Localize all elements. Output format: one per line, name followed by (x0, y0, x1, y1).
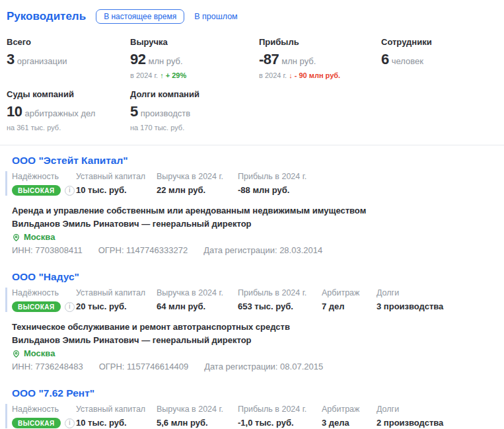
metric-value: -88 млн руб. (238, 185, 322, 195)
metric-value: 3 дела (322, 418, 377, 428)
metric-value: -1,0 тыс. руб. (238, 418, 322, 428)
reliability-badge: ВЫСОКАЯ (12, 185, 61, 196)
metric-value: 5,6 млн руб. (157, 418, 238, 428)
section-header: Руководитель В настоящее время В прошлом (0, 8, 504, 25)
stat-unit: организации (17, 56, 67, 66)
stat-value: -87 (259, 51, 279, 67)
metric-label: Уставный капитал (76, 172, 157, 181)
stat-sub: на 170 тыс. руб. (130, 124, 259, 132)
metric-label: Арбитраж (322, 288, 377, 297)
stat-note: в 2024 г. ↓ - 90 млн руб. (259, 71, 381, 79)
metric-label: Долги (377, 405, 443, 414)
info-icon[interactable]: i (65, 302, 75, 312)
metric-label: Выручка в 2024 г. (157, 405, 238, 414)
metric-label: Выручка в 2024 г. (157, 288, 238, 297)
inn-value: ИНН: 7736248483 (12, 360, 83, 373)
reg-date-value: Дата регистрации: 08.07.2015 (204, 360, 323, 373)
stat-label: Всего (7, 37, 130, 47)
city-label: Москва (24, 231, 55, 244)
company-card: ООО "Эстейт Капитал" Надёжность ВЫСОКАЯ … (0, 155, 504, 257)
stat-label: Прибыль (259, 37, 381, 47)
summary-stats: Всего 3организации Выручка 92млн руб. в … (0, 25, 504, 132)
stat-value: 6 (381, 51, 389, 67)
metric-arbitration: Арбитраж 7 дел (322, 288, 377, 312)
stat-label: Выручка (130, 37, 259, 47)
inn-value: ИНН: 7703808411 (12, 244, 83, 257)
metric-profit: Прибыль в 2024 г. -1,0 тыс. руб. (238, 404, 322, 428)
reliability-badge: ВЫСОКАЯ (12, 418, 61, 428)
metric-label: Надёжность (12, 172, 76, 181)
company-name-link[interactable]: ООО "Эстейт Капитал" (12, 155, 128, 167)
ogrn-value: ОГРН: 1157746614409 (99, 360, 188, 373)
metric-label: Выручка в 2024 г. (157, 172, 238, 181)
stat-unit: производств (141, 108, 190, 118)
stat-value: 92 (130, 51, 145, 67)
registry-row: ИНН: 7703808411 ОГРН: 1147746333272 Дата… (12, 244, 504, 257)
company-metrics: Надёжность ВЫСОКАЯ i Уставный капитал 20… (5, 288, 504, 312)
metric-revenue: Выручка в 2024 г. 5,6 млн руб. (157, 404, 238, 428)
stat-value: 5 (130, 103, 138, 120)
registry-row: ИНН: 7736248483 ОГРН: 1157746614409 Дата… (12, 360, 504, 373)
metric-arbitration: Арбитраж 3 дела (322, 404, 377, 428)
stat-unit: млн руб. (281, 56, 316, 66)
metric-label: Прибыль в 2024 г. (238, 172, 322, 181)
trend-down-arrow: ↓ - 90 млн руб. (289, 71, 340, 79)
filter-past-link[interactable]: В прошлом (194, 12, 238, 21)
location-pin-icon (12, 233, 20, 242)
activity-text: Аренда и управление собственным или арен… (12, 204, 504, 217)
metric-value: 10 тыс. руб. (76, 418, 157, 428)
metric-reliability: Надёжность ВЫСОКАЯ i (12, 288, 76, 312)
stat-value: 3 (7, 51, 15, 67)
company-name-link[interactable]: ООО "7.62 Рент" (12, 387, 94, 399)
metric-value: 2 производства (377, 418, 443, 428)
trend-up-arrow: ↑ + 29% (160, 71, 186, 79)
metric-label: Арбитраж (322, 405, 377, 414)
company-metrics: Надёжность ВЫСОКАЯ i Уставный капитал 10… (5, 404, 504, 428)
city-row: Москва (12, 231, 504, 244)
metric-value: 20 тыс. руб. (76, 301, 157, 311)
info-icon[interactable]: i (65, 186, 75, 196)
city-row: Москва (12, 347, 504, 360)
stat-note: в 2024 г. ↑ + 29% (130, 71, 259, 79)
stat-employees: Сотрудники 6человек (381, 37, 504, 79)
stat-courts: Суды компаний 10арбитражных дел на 361 т… (7, 89, 130, 132)
company-name-link[interactable]: ООО "Надус" (12, 271, 79, 283)
metric-label: Прибыль в 2024 г. (238, 288, 322, 297)
metric-profit: Прибыль в 2024 г. -88 млн руб. (238, 171, 322, 196)
reg-date-value: Дата регистрации: 28.03.2014 (203, 244, 322, 257)
stat-label: Долги компаний (130, 89, 259, 99)
metric-value: 3 производства (377, 301, 443, 311)
stat-debts: Долги компаний 5производств на 170 тыс. … (130, 89, 259, 132)
metric-profit: Прибыль в 2024 г. 653 тыс. руб. (238, 288, 322, 312)
metric-revenue: Выручка в 2024 г. 22 млн руб. (157, 171, 238, 196)
metric-value: 10 тыс. руб. (76, 185, 157, 195)
reliability-badge: ВЫСОКАЯ (12, 301, 61, 312)
page-title: Руководитель (7, 10, 86, 23)
metric-debts: Долги 2 производства (377, 404, 443, 428)
metric-value: 653 тыс. руб. (238, 301, 322, 311)
company-card: ООО "Надус" Надёжность ВЫСОКАЯ i Уставны… (0, 271, 504, 373)
metric-reliability: Надёжность ВЫСОКАЯ i (12, 404, 76, 428)
location-pin-icon (12, 350, 20, 358)
metric-label: Надёжность (12, 288, 76, 297)
ogrn-value: ОГРН: 1147746333272 (98, 244, 188, 257)
metric-label: Надёжность (12, 405, 76, 414)
metric-value: 7 дел (322, 301, 377, 311)
info-icon[interactable]: i (65, 418, 75, 428)
director-text: Вильданов Эмиль Ринатович — генеральный … (12, 217, 504, 231)
leader-section: Руководитель В настоящее время В прошлом… (0, 0, 504, 429)
stat-label: Сотрудники (381, 37, 504, 47)
metric-reliability: Надёжность ВЫСОКАЯ i (12, 171, 76, 196)
metric-debts: Долги 3 производства (377, 288, 443, 312)
stat-profit: Прибыль -87млн руб. в 2024 г. ↓ - 90 млн… (259, 37, 381, 79)
stat-label: Суды компаний (7, 89, 130, 99)
metric-label: Уставный капитал (76, 405, 157, 414)
stat-revenue: Выручка 92млн руб. в 2024 г. ↑ + 29% (130, 37, 259, 79)
filter-current-button[interactable]: В настоящее время (96, 9, 184, 24)
stat-unit: человек (392, 56, 423, 66)
director-text: Вильданов Эмиль Ринатович — генеральный … (12, 334, 504, 347)
stat-value: 10 (7, 103, 22, 120)
metric-capital: Уставный капитал 20 тыс. руб. (76, 288, 157, 312)
stat-sub: на 361 тыс. руб. (7, 124, 130, 132)
stat-unit: млн руб. (148, 56, 182, 66)
